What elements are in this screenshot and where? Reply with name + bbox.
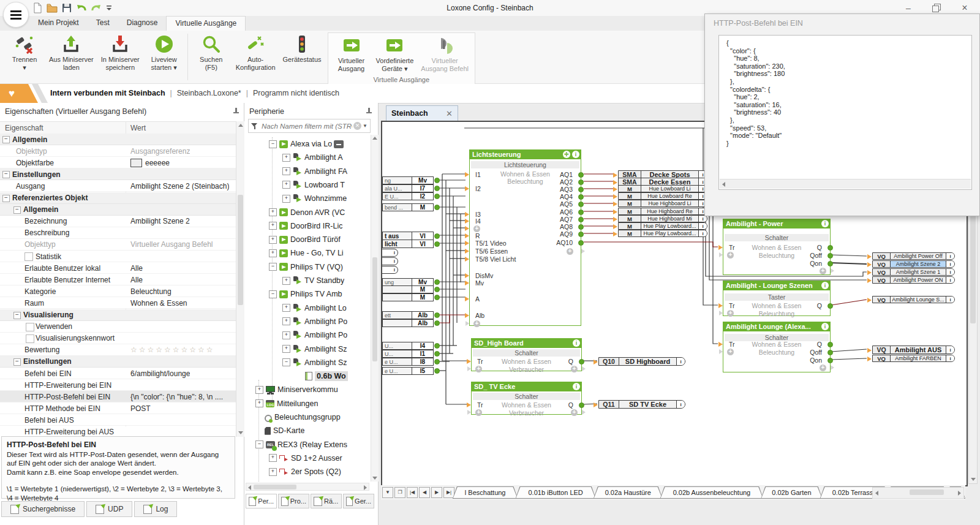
rating-stars[interactable]: ☆☆☆☆☆☆☆☆☆☆ xyxy=(130,346,215,354)
property-row[interactable]: Visualisierungskennwort xyxy=(0,333,236,344)
collapse-icon[interactable]: − xyxy=(2,136,10,143)
input-stub-i7[interactable]: ala U...I7 xyxy=(382,184,434,192)
info-icon[interactable]: i xyxy=(821,220,829,227)
expand-icon[interactable]: + xyxy=(282,167,290,175)
move-icon[interactable]: ✛ xyxy=(563,151,570,158)
menu-tab-virtuelle-ausg-nge[interactable]: Virtuelle Ausgänge xyxy=(166,16,246,31)
property-row[interactable]: Befehl bei AUS xyxy=(0,414,236,426)
add-output-icon[interactable]: + xyxy=(820,268,826,274)
json-payload-text[interactable]: { "color": { "hue": 8, "saturation": 230… xyxy=(719,36,971,179)
io-capsule-stub[interactable]: i xyxy=(382,257,398,265)
ribbon-button-trennen[interactable]: Trennen▾ xyxy=(4,32,45,74)
next-page-icon[interactable]: ▶ xyxy=(431,487,442,498)
expand-icon[interactable]: + xyxy=(269,222,277,230)
expand-icon[interactable]: + xyxy=(282,317,290,325)
property-row[interactable]: BezeichnungAmbilight Szene 2 xyxy=(0,216,236,227)
ribbon-button-virtueller[interactable]: VirtuellerAusgang xyxy=(331,34,372,75)
input-stub-alb[interactable]: Alb xyxy=(382,319,434,327)
property-row[interactable]: Bewertung☆☆☆☆☆☆☆☆☆☆ xyxy=(0,344,236,356)
property-row[interactable]: Erlaubte Benutzer InternetAlle xyxy=(0,274,236,285)
info-icon[interactable]: i xyxy=(946,296,954,303)
tree-item-ambilight-a[interactable]: +Ambilight A xyxy=(282,151,371,164)
tree-item-ambilight-sz[interactable]: +Ambilight Sz xyxy=(282,342,371,356)
property-section[interactable]: −Einstellungen xyxy=(0,356,236,368)
tree-item-doorbird-ir-lic[interactable]: +DoorBird IR-Lic xyxy=(269,219,371,233)
io-capsule-stub[interactable]: i xyxy=(382,266,398,274)
checkbox[interactable] xyxy=(24,252,33,261)
tree-item-philips-tv-amb[interactable]: −Philips TV Amb xyxy=(269,287,371,301)
ribbon-button-auto-[interactable]: Auto-Konfiguration xyxy=(232,32,279,74)
function-block-sd-high-board[interactable]: SD_High BoardiSchalterTrWohnen & EssenQ+… xyxy=(471,338,582,371)
expand-icon[interactable]: + xyxy=(282,154,290,162)
io-capsule-hue-highboard-re[interactable]: MHue Highboard Rei xyxy=(618,208,707,215)
tree-item-ambilight-fa[interactable]: +Ambilight FA xyxy=(282,165,371,178)
io-capsule-sd-highboard[interactable]: Q10SD Highboardi xyxy=(598,357,685,366)
property-row[interactable]: HTTP-Erweiterung bei AUS xyxy=(0,426,236,437)
tree-item-mitteilungen[interactable]: +Mitteilungen xyxy=(255,397,371,410)
restore-button[interactable] xyxy=(927,4,946,13)
property-row[interactable]: RaumWohnen & Essen xyxy=(0,297,236,309)
info-icon[interactable]: i xyxy=(946,269,954,275)
close-button[interactable]: × xyxy=(956,4,974,13)
output-tab-log[interactable]: Log xyxy=(134,501,177,517)
menu-tab-diagnose[interactable]: Diagnose xyxy=(118,16,167,31)
function-block-ambilight-power[interactable]: Ambilight - PoweriSchalterTrWohnen & Ess… xyxy=(723,219,831,275)
collapse-icon[interactable]: − xyxy=(269,140,277,148)
expand-icon[interactable]: + xyxy=(255,386,263,394)
dialog-horizontal-scrollbar[interactable] xyxy=(720,179,971,189)
properties-scrollbar[interactable] xyxy=(236,121,244,437)
expand-icon[interactable]: + xyxy=(269,236,277,244)
property-row[interactable]: HTTP-Post-Befehl bei EIN{\n "color": {\n… xyxy=(0,391,236,402)
prev-page-icon[interactable]: ◀ xyxy=(419,487,430,498)
info-icon[interactable]: i xyxy=(946,355,954,361)
property-row[interactable]: ObjekttypAusgangsreferenz xyxy=(0,145,236,157)
input-stub-i5[interactable]: e U...I5 xyxy=(382,367,434,375)
tree-item-alexa-via-lo[interactable]: −Alexa via Lo xyxy=(269,137,371,151)
pin-icon[interactable] xyxy=(366,108,372,116)
customize-icon[interactable] xyxy=(105,2,116,13)
info-icon[interactable]: i xyxy=(676,401,685,408)
page-tab-0-02b-aussenbeleuchtung[interactable]: 0.02b Aussenbeleuchtung xyxy=(660,486,764,499)
input-stub-m[interactable]: M xyxy=(382,293,434,301)
info-icon[interactable]: i xyxy=(946,261,954,267)
input-stub-alb[interactable]: ettAlb xyxy=(382,311,434,319)
checkbox[interactable] xyxy=(26,323,34,331)
new-document-icon[interactable] xyxy=(32,2,43,13)
property-row[interactable]: Erlaubte Benutzer lokalAlle xyxy=(0,262,236,274)
tree-item-tv-standby[interactable]: +TV Standby xyxy=(282,274,371,287)
save-icon[interactable] xyxy=(61,2,72,13)
tree-item-aktor-relais-3[interactable]: +Aktor (Relais) 3 xyxy=(269,479,371,482)
info-icon[interactable]: i xyxy=(573,339,580,347)
checkbox[interactable] xyxy=(26,334,34,343)
tree-item-sd-karte[interactable]: SD-Karte xyxy=(255,424,371,437)
ribbon-button-aus-miniserver[interactable]: Aus Miniserverladen xyxy=(45,32,97,74)
hamburger-menu-button[interactable] xyxy=(3,2,29,28)
periphery-tab-r[interactable]: Rä... xyxy=(311,494,342,508)
info-icon[interactable]: i xyxy=(698,223,707,229)
page-tab-0-02b-garten[interactable]: 0.02b Garten xyxy=(761,486,822,499)
chevron-down-icon[interactable]: ▼ xyxy=(363,123,368,129)
input-stub-m[interactable]: bend ...M xyxy=(382,203,434,211)
property-section[interactable]: −Visualisierung xyxy=(0,309,236,321)
expand-icon[interactable]: + xyxy=(255,399,263,407)
ribbon-button-in-miniserver[interactable]: In Miniserverspeichern xyxy=(97,32,143,74)
ribbon-button-virtueller[interactable]: VirtuellerAusgang Befehl xyxy=(417,34,472,75)
tree-item-philips-tv-vq-[interactable]: −Philips TV (VQ) xyxy=(269,260,371,274)
io-capsule-sd-tv-ecke[interactable]: Q11SD TV Eckei xyxy=(598,400,685,409)
io-capsule-ambilight-szene-1[interactable]: VQAmbilight Szene 1i xyxy=(872,268,955,276)
expand-icon[interactable]: + xyxy=(282,195,290,203)
io-capsule-stub[interactable]: i xyxy=(382,249,398,257)
periphery-tab-pro[interactable]: Pro... xyxy=(278,494,309,508)
filter-input[interactable] xyxy=(260,122,353,130)
add-input-icon[interactable]: + xyxy=(473,320,480,327)
io-capsule-ambilight-aus[interactable]: VQAmbilight AUSi xyxy=(872,346,955,354)
info-icon[interactable]: i xyxy=(946,253,954,259)
function-block-lichtsteuerung[interactable]: Lichtsteuerung✛iLichtsteuerungWohnen & E… xyxy=(469,149,581,326)
open-folder-icon[interactable] xyxy=(47,2,58,13)
pages-icon[interactable]: ❐ xyxy=(394,487,405,498)
expand-icon[interactable]: + xyxy=(282,304,290,312)
input-stub-vi[interactable]: t ausVI xyxy=(382,232,434,240)
io-capsule-hue-play-lowboard-[interactable]: MHue Play Lowboard...i xyxy=(618,230,707,237)
collapse-icon[interactable]: − xyxy=(2,195,10,202)
ribbon-button-liveview[interactable]: Liveviewstarten ▾ xyxy=(143,32,185,74)
